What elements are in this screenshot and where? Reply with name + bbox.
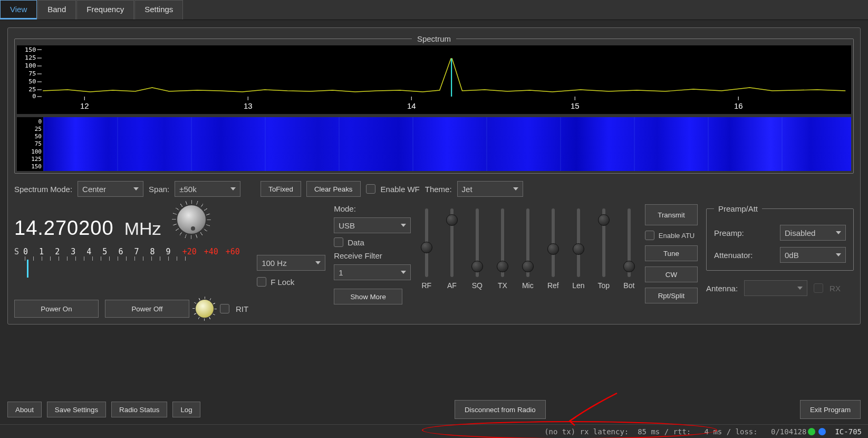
about-button[interactable]: About	[7, 402, 42, 417]
slider-af[interactable]: AF	[445, 208, 459, 290]
chevron-down-icon	[836, 231, 841, 234]
svg-text:75: 75	[28, 70, 36, 77]
receive-filter-select[interactable]: 1	[334, 264, 411, 280]
attenuator-label: Attenuator:	[714, 251, 753, 260]
slider-mic[interactable]: Mic	[520, 208, 535, 290]
preamp-title: Preamp/Att	[714, 204, 762, 213]
disconnect-button[interactable]: Disconnect from Radio	[455, 400, 546, 419]
slider-label: Ref	[547, 281, 559, 290]
save-settings-button[interactable]: Save Settings	[47, 402, 106, 417]
rit-checkbox[interactable]	[220, 304, 229, 313]
to-fixed-button[interactable]: ToFixed	[261, 181, 301, 197]
spectrum-group: Spectrum 150 125 100 75 50 25 0	[14, 34, 854, 174]
log-button[interactable]: Log	[172, 402, 200, 417]
chevron-down-icon	[315, 261, 321, 264]
slider-top[interactable]: Top	[596, 208, 611, 290]
cw-button[interactable]: CW	[645, 266, 698, 282]
slider-label: Mic	[522, 281, 534, 290]
frequency-unit: MHz	[124, 218, 161, 239]
chevron-down-icon	[133, 187, 139, 191]
svg-text:100: 100	[25, 62, 36, 69]
tab-view[interactable]: View	[0, 0, 37, 20]
svg-text:25: 25	[28, 85, 36, 93]
spectrum-plot[interactable]: 150 125 100 75 50 25 0 12 13 14 15	[17, 45, 851, 114]
preamp-select[interactable]: Disabled	[780, 225, 846, 241]
chevron-down-icon	[797, 287, 803, 290]
slider-bot[interactable]: Bot	[622, 208, 636, 290]
mode-section: Mode: USB Data Receive Filter 1 Show Mor…	[334, 204, 411, 304]
slider-label: Top	[598, 281, 610, 290]
f-lock-label: F Lock	[271, 278, 294, 287]
slider-tx[interactable]: TX	[495, 208, 510, 290]
enable-wf-checkbox[interactable]	[366, 184, 375, 194]
waterfall-scale: 0 25 50 75 100 125 150	[17, 117, 43, 171]
exit-button[interactable]: Exit Program	[800, 400, 861, 419]
radio-status-button[interactable]: Radio Status	[111, 402, 167, 417]
main-panel: Spectrum 150 125 100 75 50 25 0	[7, 27, 861, 325]
antenna-select[interactable]	[744, 280, 807, 296]
mode-label: Mode:	[334, 204, 411, 213]
rx-antenna-checkbox[interactable]	[814, 283, 823, 293]
clear-peaks-button[interactable]: Clear Peaks	[306, 181, 361, 197]
show-more-button[interactable]: Show More	[334, 289, 402, 304]
tuning-knob[interactable]	[176, 204, 207, 235]
antenna-label: Antenna:	[706, 284, 738, 293]
f-lock-checkbox[interactable]	[257, 277, 266, 287]
spectrum-controls: Spectrum Mode: Center Span: ±50k ToFixed…	[14, 181, 854, 197]
bottom-bar: About Save Settings Radio Status Log Dis…	[0, 397, 868, 422]
spectrum-mode-select[interactable]: Center	[78, 181, 143, 197]
svg-text:0: 0	[32, 92, 36, 100]
power-on-button[interactable]: Power On	[14, 300, 99, 318]
slider-rf[interactable]: RF	[419, 208, 434, 290]
slider-label: Len	[572, 281, 584, 290]
preamp-label: Preamp:	[714, 228, 744, 237]
s-meter: S 0 1 2 3 4 5 6 7 8 9 +20 +40 +60	[14, 247, 248, 281]
enable-atu-label: Enable ATU	[659, 232, 695, 240]
tab-bar: View Band Frequency Settings	[0, 0, 868, 20]
data-label: Data	[348, 238, 364, 247]
rpt-split-button[interactable]: Rpt/Split	[645, 288, 698, 303]
waterfall-body	[43, 117, 851, 171]
transmit-button[interactable]: Transmit	[645, 204, 698, 225]
theme-select[interactable]: Jet	[457, 181, 523, 197]
svg-text:13: 13	[244, 102, 253, 110]
enable-wf-label: Enable WF	[381, 185, 420, 194]
data-checkbox[interactable]	[334, 237, 343, 247]
tab-band[interactable]: Band	[37, 0, 76, 20]
tune-button[interactable]: Tune	[645, 245, 698, 261]
rit-knob[interactable]	[196, 300, 214, 318]
span-label: Span:	[149, 185, 169, 194]
slider-label: RF	[422, 281, 432, 290]
preamp-group: Preamp/Att Preamp: Disabled Attenuator: …	[706, 204, 854, 271]
attenuator-select[interactable]: 0dB	[780, 247, 846, 263]
power-off-button[interactable]: Power Off	[105, 300, 189, 318]
frequency-value[interactable]: 14.270200	[14, 217, 114, 240]
spectrum-mode-label: Spectrum Mode:	[14, 185, 72, 194]
slider-label: AF	[447, 281, 457, 290]
slider-label: TX	[498, 281, 507, 290]
mode-select[interactable]: USB	[334, 217, 411, 233]
enable-atu-checkbox[interactable]	[645, 231, 654, 240]
waterfall[interactable]: 0 25 50 75 100 125 150	[17, 117, 851, 171]
rx-antenna-label: RX	[830, 284, 841, 293]
svg-text:15: 15	[571, 102, 580, 110]
tuning-step-select[interactable]: 100 Hz	[257, 255, 325, 271]
status-dot-blue	[818, 428, 826, 435]
radio-model: IC-705	[835, 427, 862, 436]
slider-sq[interactable]: SQ	[470, 208, 485, 290]
chevron-down-icon	[230, 187, 236, 191]
slider-ref[interactable]: Ref	[546, 208, 561, 290]
sliders: RFAFSQTXMicRefLenTopBot	[419, 204, 636, 290]
spectrum-title: Spectrum	[412, 34, 456, 43]
tab-frequency[interactable]: Frequency	[76, 0, 134, 20]
slider-len[interactable]: Len	[571, 208, 586, 290]
s-meter-needle	[27, 260, 28, 278]
span-select[interactable]: ±50k	[175, 181, 240, 197]
svg-text:12: 12	[80, 102, 89, 110]
svg-text:150: 150	[25, 46, 36, 53]
tab-settings[interactable]: Settings	[134, 0, 183, 20]
status-dot-green	[808, 428, 815, 435]
transmit-column: Transmit Enable ATU Tune CW Rpt/Split	[645, 204, 698, 303]
theme-label: Theme:	[425, 185, 452, 194]
rit-label: RIT	[236, 304, 248, 313]
